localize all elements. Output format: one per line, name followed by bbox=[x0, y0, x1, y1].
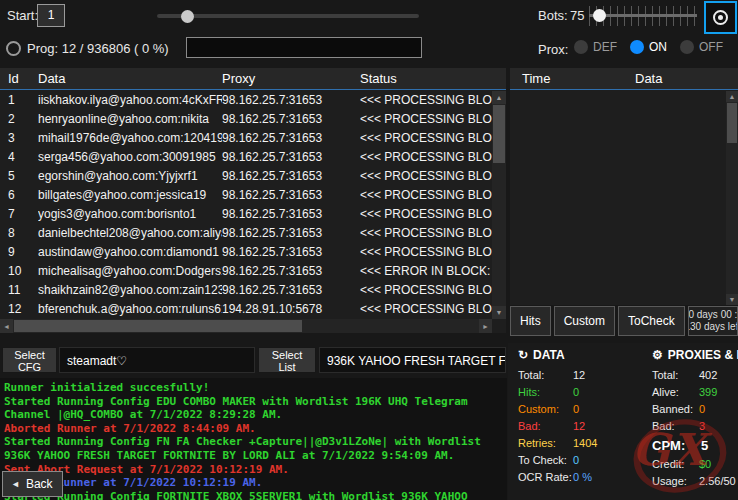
cell-id: 3 bbox=[8, 129, 38, 148]
config-name-input[interactable]: steamadt♡ bbox=[59, 347, 255, 373]
table-row[interactable]: 3 mihail1976de@yahoo.com:1204197 98.162.… bbox=[0, 129, 492, 148]
table-row[interactable]: 10 michealisag@yahoo.com:Dodgers1 98.162… bbox=[0, 262, 492, 281]
vertical-scrollbar[interactable]: ▲ ▼ bbox=[726, 91, 738, 305]
stat-label: Credit: bbox=[652, 456, 699, 473]
horizontal-scrollbar[interactable]: ◄ ► bbox=[0, 319, 492, 333]
cell-data: henryaonline@yahoo.com:nikita bbox=[38, 110, 222, 129]
data-stats-header: ↻ DATA bbox=[518, 348, 646, 362]
cell-data: billgates@yahoo.com:jessica19 bbox=[38, 186, 222, 205]
stat-label: Total: bbox=[518, 367, 573, 384]
stat-label: Retries: bbox=[518, 435, 573, 452]
scroll-right-icon[interactable]: ► bbox=[479, 319, 492, 333]
start-slider-thumb[interactable] bbox=[181, 10, 194, 23]
table-row[interactable]: 9 austindaw@yahoo.com:diamond1 98.162.25… bbox=[0, 243, 492, 262]
stat-label: Hits: bbox=[518, 384, 573, 401]
start-label: Start: bbox=[7, 8, 38, 23]
scrollbar-thumb[interactable] bbox=[727, 103, 737, 143]
vertical-scrollbar[interactable]: ▲ ▼ bbox=[492, 91, 506, 319]
log-line: Aborted Runner at 7/1/2022 10:12:19 AM. bbox=[4, 476, 503, 490]
table-row[interactable]: 1 iiskhakov.ilya@yahoo.com:4cKxFRw 98.16… bbox=[0, 91, 492, 110]
cell-data: danielbechtel208@yahoo.com:aliya bbox=[38, 224, 222, 243]
cell-id: 12 bbox=[8, 300, 38, 319]
scroll-up-icon[interactable]: ▲ bbox=[492, 91, 506, 104]
runner-log[interactable]: Runner initialized succesfully!Started R… bbox=[0, 378, 507, 500]
record-button[interactable] bbox=[704, 1, 737, 34]
column-header-time[interactable]: Time bbox=[522, 71, 635, 86]
tab-button[interactable]: ToCheck bbox=[618, 306, 685, 336]
cell-data: egorshin@yahoo.com:Yjyjxrf1 bbox=[38, 167, 222, 186]
column-header-status[interactable]: Status bbox=[360, 71, 506, 86]
stat-value: 399 bbox=[699, 384, 717, 401]
select-cfg-button[interactable]: Select CFG bbox=[2, 347, 57, 373]
stat-row: Bad: 12 bbox=[518, 418, 646, 435]
results-table: Id Data Proxy Status 1 iiskhakov.ilya@ya… bbox=[0, 68, 506, 333]
table-row[interactable]: 5 egorshin@yahoo.com:Yjyjxrf1 98.162.25.… bbox=[0, 167, 492, 186]
prox-radio-icon[interactable] bbox=[574, 40, 588, 54]
hits-table: Time Data ▲ ▼ bbox=[510, 68, 738, 305]
hits-table-body bbox=[510, 91, 726, 305]
cell-id: 9 bbox=[8, 243, 38, 262]
bots-slider-thumb[interactable] bbox=[593, 9, 606, 22]
scroll-up-icon[interactable]: ▲ bbox=[726, 91, 738, 102]
record-target-icon bbox=[713, 10, 728, 25]
table-row[interactable]: 8 danielbechtel208@yahoo.com:aliya 98.16… bbox=[0, 224, 492, 243]
stat-label: Bad: bbox=[652, 418, 699, 435]
stat-label: CPM: bbox=[652, 435, 701, 456]
back-button[interactable]: ◄ Back bbox=[2, 471, 63, 497]
column-header-data[interactable]: Data bbox=[38, 71, 222, 86]
cell-status: <<< PROCESSING BLOCK bbox=[360, 224, 492, 243]
hits-table-header: Time Data bbox=[510, 68, 738, 90]
table-row[interactable]: 6 billgates@yahoo.com:jessica19 98.162.2… bbox=[0, 186, 492, 205]
start-slider[interactable] bbox=[157, 6, 419, 26]
table-row[interactable]: 4 serga456@yahoo.com:30091985 98.162.25.… bbox=[0, 148, 492, 167]
column-header-id[interactable]: Id bbox=[8, 71, 38, 86]
stat-row: Retries: 1404 bbox=[518, 435, 646, 452]
scrollbar-thumb[interactable] bbox=[493, 105, 505, 163]
cell-status: <<< PROCESSING BLOCK bbox=[360, 205, 492, 224]
hits-tabs: HitsCustomToCheck bbox=[510, 306, 685, 338]
stat-label: To Check: bbox=[518, 452, 573, 469]
column-header-proxy[interactable]: Proxy bbox=[222, 71, 360, 86]
scroll-left-icon[interactable]: ◄ bbox=[0, 319, 13, 333]
prox-option-label: ON bbox=[649, 40, 667, 54]
scrollbar-thumb[interactable] bbox=[14, 320, 302, 332]
start-slider-track[interactable] bbox=[157, 14, 419, 18]
table-row[interactable]: 2 henryaonline@yahoo.com:nikita 98.162.2… bbox=[0, 110, 492, 129]
cell-id: 5 bbox=[8, 167, 38, 186]
progress-radio-icon[interactable] bbox=[6, 41, 21, 56]
prox-option[interactable]: OFF bbox=[680, 40, 723, 54]
data-stats-block: ↻ DATA Total: 12 Hits: 0 Custom: 0 Bad: bbox=[518, 348, 646, 486]
scroll-down-icon[interactable]: ▼ bbox=[726, 294, 738, 305]
stat-row: Custom: 0 bbox=[518, 401, 646, 418]
prox-radio-icon[interactable] bbox=[680, 40, 694, 54]
bots-slider[interactable] bbox=[589, 4, 697, 28]
stat-label: Total: bbox=[652, 367, 699, 384]
results-table-header: Id Data Proxy Status bbox=[0, 68, 506, 90]
cell-proxy: 98.162.25.7:31653 bbox=[222, 110, 360, 129]
prox-option[interactable]: ON bbox=[630, 40, 667, 54]
column-header-data[interactable]: Data bbox=[635, 71, 738, 86]
cell-data: bferenchuk.a@yahoo.com:ruluns61 bbox=[38, 300, 222, 319]
table-row[interactable]: 12 bferenchuk.a@yahoo.com:ruluns61 194.2… bbox=[0, 300, 492, 319]
table-row[interactable]: 7 yogis3@yahoo.com:borisnto1 98.162.25.7… bbox=[0, 205, 492, 224]
select-list-button[interactable]: Select List bbox=[258, 347, 316, 373]
prox-radio-icon[interactable] bbox=[630, 40, 644, 54]
tab-button[interactable]: Hits bbox=[510, 306, 551, 336]
start-input[interactable]: 1 bbox=[37, 4, 65, 27]
tab-button[interactable]: Custom bbox=[554, 306, 615, 336]
results-table-body: 1 iiskhakov.ilya@yahoo.com:4cKxFRw 98.16… bbox=[0, 91, 492, 319]
log-line: Started Running Config FORTNITE XBOX 5SE… bbox=[4, 490, 503, 500]
cell-data: austindaw@yahoo.com:diamond1 bbox=[38, 243, 222, 262]
cell-proxy: 98.162.25.7:31653 bbox=[222, 148, 360, 167]
wordlist-name-input[interactable]: 936K YAHOO FRESH TARGET FORTNITE BY LORD… bbox=[319, 347, 506, 373]
prox-option[interactable]: DEF bbox=[574, 40, 617, 54]
cell-data: michealisag@yahoo.com:Dodgers1 bbox=[38, 262, 222, 281]
progress-bar bbox=[186, 37, 422, 58]
stat-row: Hits: 0 bbox=[518, 384, 646, 401]
stats-panel: ↻ DATA Total: 12 Hits: 0 Custom: 0 Bad: bbox=[508, 343, 738, 500]
cell-status: <<< PROCESSING BLOCK bbox=[360, 186, 492, 205]
table-row[interactable]: 11 shaikhzain82@yahoo.com:zain123 98.162… bbox=[0, 281, 492, 300]
stat-value: 5 bbox=[701, 435, 708, 456]
scroll-down-icon[interactable]: ▼ bbox=[492, 306, 506, 319]
cell-status: <<< PROCESSING BLOCK bbox=[360, 167, 492, 186]
